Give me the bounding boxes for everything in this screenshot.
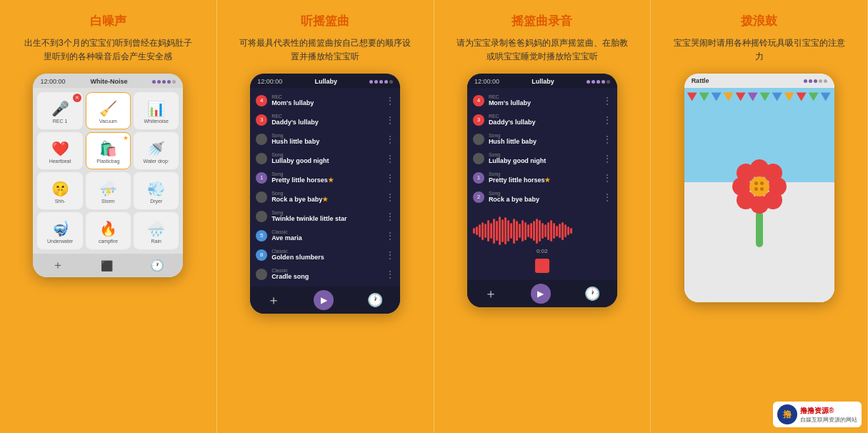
list-item[interactable]: 4 REC Mom's lullaby ⋮ <box>467 91 617 110</box>
sound-plasticbag[interactable]: ★ 🛍️ Plasticbag <box>86 132 131 169</box>
menu-icon[interactable]: ⋮ <box>603 134 612 144</box>
sound-rain[interactable]: 🌧️ Rain <box>134 212 179 249</box>
waveform-bar <box>567 227 569 235</box>
sound-whitenoise[interactable]: 📊 Whitenoise <box>134 92 179 129</box>
list-item[interactable]: 3 REC Daddy's lullaby ⋮ <box>467 110 617 129</box>
sound-dryer[interactable]: 💨 Dryer <box>134 172 179 209</box>
clock-icon[interactable]: 🕐 <box>150 259 164 272</box>
list-item[interactable]: 4 REC Mom's lullaby ⋮ <box>250 91 400 110</box>
clock-icon[interactable]: 🕐 <box>367 292 383 308</box>
menu-icon[interactable]: ⋮ <box>386 96 394 106</box>
list-item[interactable]: 1 Song Pretty little horses★ ⋮ <box>250 168 400 187</box>
track-num <box>256 134 267 145</box>
phone-2: 12:00:00 Lullaby 4 REC Mom's lullaby ⋮ <box>250 74 400 314</box>
track-num <box>256 153 267 164</box>
list-item[interactable]: 5 Classic Ave maria ⋮ <box>250 226 400 245</box>
sound-heartbeat[interactable]: ❤️ Heartbeat <box>37 132 82 169</box>
waveform-bar <box>564 224 567 237</box>
list-item[interactable]: Song Twinkle twinkle little star ⋮ <box>250 206 400 226</box>
waveform-bar <box>519 224 521 238</box>
phone-3-dots <box>587 80 610 84</box>
phone-2-header: 12:00:00 Lullaby <box>250 74 400 88</box>
waveform-bar <box>559 224 561 238</box>
waveform-bar <box>550 220 552 242</box>
list-item[interactable]: 3 REC Daddy's lullaby ⋮ <box>250 110 400 129</box>
phone-3-time: 12:00:00 <box>474 78 499 85</box>
sound-grid: ✕ 🎤 REC 1 🧹 Vacuum 📊 Whitenoise ❤️ Heart… <box>33 88 183 254</box>
list-item[interactable]: Song Lullaby good night ⋮ <box>250 149 400 168</box>
phone-2-dots <box>369 80 393 84</box>
sound-underwater[interactable]: 🤿 Underwater <box>37 212 82 249</box>
waveform-bar <box>570 228 572 234</box>
play-button[interactable]: ▶ <box>314 290 334 310</box>
track-num: 4 <box>256 95 267 106</box>
watermark-url: 自媒互联网资源的网站 <box>800 416 857 424</box>
phone-1-time: 12:00:00 <box>40 78 65 85</box>
play-button[interactable]: ▶ <box>531 284 551 304</box>
menu-icon[interactable]: ⋮ <box>386 192 394 202</box>
flag <box>687 92 697 101</box>
panel-4-desc: 宝宝哭闹时请用各种摇铃玩具吸引宝宝的注意力 <box>674 36 845 64</box>
track-num <box>256 211 267 222</box>
phone-4-header: Rattle <box>684 74 834 88</box>
menu-icon[interactable]: ⋮ <box>386 154 394 164</box>
dot-2 <box>157 80 161 84</box>
sound-storm[interactable]: ⛈️ Storm <box>86 172 131 209</box>
record-song-list: 4 REC Mom's lullaby ⋮ 3 REC Daddy's lull… <box>467 88 617 209</box>
stop-icon[interactable]: ⬛ <box>101 260 113 272</box>
clock-icon[interactable]: 🕐 <box>584 286 600 302</box>
menu-icon[interactable]: ⋮ <box>386 211 394 222</box>
rattle-flower <box>731 158 788 215</box>
list-item[interactable]: Song Lullaby good night ⋮ <box>467 149 617 168</box>
add-icon[interactable]: ＋ <box>267 292 280 309</box>
menu-icon[interactable]: ⋮ <box>603 154 612 164</box>
list-item[interactable]: Classic Cradle song ⋮ <box>250 264 400 284</box>
waveform-bar <box>482 222 484 240</box>
menu-icon[interactable]: ⋮ <box>386 173 394 183</box>
waveform-bar <box>490 223 492 239</box>
menu-icon[interactable]: ⋮ <box>386 115 394 125</box>
sound-campfire[interactable]: 🔥 campfire <box>86 212 131 249</box>
menu-icon[interactable]: ⋮ <box>603 173 612 183</box>
waveform-bar <box>544 224 547 237</box>
menu-icon[interactable]: ⋮ <box>386 269 394 279</box>
list-item[interactable]: 2 Song Rock a bye baby ⋮ <box>467 187 617 206</box>
menu-icon[interactable]: ⋮ <box>603 115 612 125</box>
menu-icon[interactable]: ⋮ <box>603 192 612 202</box>
waveform-bar <box>487 220 489 242</box>
list-item[interactable]: Song Hush little baby ⋮ <box>250 129 400 149</box>
rattle-toy <box>731 158 788 247</box>
phone-1-dots <box>152 80 176 84</box>
flag <box>736 92 746 101</box>
dot-l2 <box>374 80 378 84</box>
add-icon[interactable]: ＋ <box>484 285 497 302</box>
watermark-brand: 撸撸资源® <box>800 406 857 416</box>
waveform-bar <box>496 221 498 241</box>
phone-1-header: 12:00:00 White-Noise <box>33 74 183 88</box>
rattle-scene[interactable] <box>684 102 834 302</box>
list-item[interactable]: Song Hush little baby ⋮ <box>467 129 617 149</box>
waveform-bar <box>504 217 507 244</box>
menu-icon[interactable]: ⋮ <box>386 231 394 241</box>
phone-3-appname: Lullaby <box>532 78 554 85</box>
sound-rec1[interactable]: ✕ 🎤 REC 1 <box>37 92 82 129</box>
list-item[interactable]: 8 Classic Golden slumbers ⋮ <box>250 245 400 264</box>
add-icon[interactable]: ＋ <box>52 258 64 273</box>
sound-waterdrop[interactable]: 🚿 Water drop· <box>134 132 179 169</box>
menu-icon[interactable]: ⋮ <box>386 250 394 260</box>
sound-vacuum[interactable]: 🧹 Vacuum <box>86 92 131 129</box>
menu-icon[interactable]: ⋮ <box>603 96 612 106</box>
list-item[interactable]: Song Rock a bye baby★ ⋮ <box>250 187 400 206</box>
phone-3-header: 12:00:00 Lullaby <box>467 74 617 88</box>
waveform-bar <box>527 224 529 237</box>
record-stop-button[interactable] <box>535 259 549 273</box>
sound-shh[interactable]: 🤫 Shh- <box>37 172 82 209</box>
list-item[interactable]: 1 Song Pretty little horses★ ⋮ <box>467 168 617 187</box>
bunting-flags <box>684 88 834 102</box>
menu-icon[interactable]: ⋮ <box>386 134 394 144</box>
panel-rattle: 拨浪鼓 宝宝哭闹时请用各种摇铃玩具吸引宝宝的注意力 Rattle <box>651 0 868 433</box>
phone-3: 12:00:00 Lullaby 4 REC Mom's lullaby ⋮ <box>467 74 617 307</box>
waveform-bar <box>473 228 475 234</box>
track-num <box>256 269 267 280</box>
phone-2-appname: Lullaby <box>314 78 337 85</box>
